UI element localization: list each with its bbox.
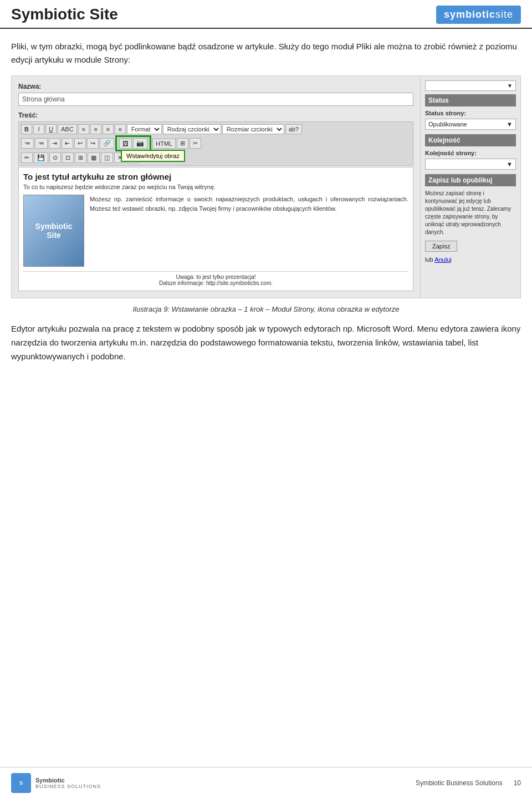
- font-family-select[interactable]: Rodzaj czcionki: [163, 124, 221, 134]
- undo-button[interactable]: ↩: [74, 138, 86, 149]
- misc-btn2[interactable]: ⊡: [62, 153, 74, 163]
- logo-site: site: [495, 9, 513, 20]
- kolejnosc-header-box: Kolejność: [425, 134, 516, 146]
- editor-title-bold: głównej: [140, 172, 171, 181]
- kolejnosc-dropdown[interactable]: ▼: [425, 159, 516, 170]
- editor-product-image: Symbiotic Site: [23, 195, 84, 267]
- format-select[interactable]: Format: [127, 124, 162, 134]
- nazwa-label: Nazwa:: [18, 83, 413, 90]
- status-strony-label: Status strony:: [425, 110, 516, 116]
- redo-button[interactable]: ↪: [87, 138, 99, 149]
- outdent-button[interactable]: ⇤: [62, 138, 73, 149]
- toolbar-row-2: ≔ ≔ ⇥ ⇤ ↩ ↪ 🔗 🖼 📷 Wstaw/edytuj obraz: [21, 135, 411, 151]
- illustration-caption: Ilustracja 9: Wstawianie obrazka – 1 kro…: [11, 305, 521, 313]
- footer-right: Symbiotic Business Solutions 10: [416, 779, 521, 787]
- page-footer: S Symbiotic BUSINESS SOLUTIONS Symbiotic…: [0, 767, 532, 798]
- insert-image-tooltip: Wstaw/edytuj obraz: [121, 150, 185, 162]
- editor-body-text: Możesz np. zamieścić informacje o swoich…: [90, 195, 408, 267]
- misc-btn3[interactable]: ⊞: [75, 153, 86, 163]
- editor-article-title: To jest tytuł artykułu ze stron głównej: [23, 172, 408, 181]
- status-header-box: Status: [425, 94, 516, 106]
- nazwa-input[interactable]: Strona główna: [18, 93, 413, 106]
- editor-title-text: To jest tytuł artykułu ze stron: [23, 172, 140, 181]
- italic-button[interactable]: I: [33, 124, 44, 134]
- toolbar-row-3: ✏ 💾 ⊙ ⊡ ⊞ ▦ ◫ ✕ ↺: [21, 153, 411, 163]
- misc-btn1[interactable]: ⊙: [49, 153, 61, 163]
- main-content: Pliki, w tym obrazki, mogą być podlinkow…: [0, 40, 532, 363]
- img-label-symbiotic: Symbiotic: [35, 222, 73, 231]
- zapisz-header-box: Zapisz lub opublikuj: [425, 174, 516, 186]
- right-top-dropdown[interactable]: ▼: [425, 80, 516, 91]
- more-button[interactable]: ✂: [190, 138, 201, 149]
- align-right-button[interactable]: ≡: [103, 124, 114, 134]
- misc-btn5[interactable]: ◫: [101, 153, 113, 163]
- site-logo: symbioticsite: [436, 6, 521, 24]
- tresc-label: Treść:: [18, 111, 413, 119]
- page-number: 10: [514, 779, 521, 787]
- save2-btn[interactable]: 💾: [34, 153, 48, 163]
- font-size-select[interactable]: Rozmiar czcionki: [222, 124, 284, 134]
- screenshot-left-panel: Nazwa: Strona główna Treść: B I U ABC ≡ …: [12, 76, 421, 298]
- help-button[interactable]: ab?: [285, 124, 302, 134]
- abc-button[interactable]: ABC: [58, 124, 77, 134]
- link-button[interactable]: 🔗: [100, 138, 114, 149]
- edit-btn[interactable]: ✏: [21, 153, 33, 163]
- status-strony-value: Opublikowane: [428, 121, 467, 128]
- footer-logo-text: S: [19, 780, 23, 786]
- editor-footer-uwaga: Uwaga: to jest tylko prezentacja!: [23, 274, 408, 280]
- screenshot-right-panel: ▼ Status Status strony: Opublikowane ▼ K…: [421, 76, 520, 298]
- body-paragraph-1: Edytor artykułu pozwala na pracę z tekst…: [11, 322, 521, 363]
- logo-symbiotic: symbiotic: [444, 9, 495, 20]
- align-left-button[interactable]: ≡: [78, 124, 89, 134]
- status-strony-dropdown[interactable]: Opublikowane ▼: [425, 119, 516, 130]
- indent-button[interactable]: ⇥: [49, 138, 60, 149]
- page-title: Symbiotic Site: [11, 6, 118, 28]
- footer-logo-icon: S: [11, 773, 31, 793]
- misc-btn4[interactable]: ▦: [88, 153, 100, 163]
- logo-container: symbioticsite: [436, 6, 521, 24]
- footer-company-tagline: BUSINESS SOLUTIONS: [35, 784, 101, 789]
- intro-paragraph: Pliki, w tym obrazki, mogą być podlinkow…: [11, 40, 521, 67]
- editor-body: Symbiotic Site Możesz np. zamieścić info…: [23, 195, 408, 267]
- kolejnosc-dropdown-arrow: ▼: [507, 161, 513, 167]
- footer-left: S Symbiotic BUSINESS SOLUTIONS: [11, 773, 101, 793]
- page-header: Symbiotic Site symbioticsite: [0, 0, 532, 29]
- insert-image-wrapper: 🖼 📷 Wstaw/edytuj obraz: [115, 135, 151, 151]
- toolbar-row-1: B I U ABC ≡ ≡ ≡ ≡ Format Rodzaj czcionki: [21, 124, 411, 134]
- editor-footer-dalsze: Dalsze informacje: http://site.symbiotic…: [23, 280, 408, 286]
- zapisz-desc-text: Możesz zapisać stronę i kontynuować jej …: [425, 190, 516, 236]
- underline-button[interactable]: U: [45, 124, 57, 134]
- footer-company-name: Symbiotic: [35, 777, 101, 784]
- list-ol-button[interactable]: ≔: [35, 138, 48, 149]
- zapisz-button[interactable]: Zapisz: [425, 241, 457, 252]
- insert-image-btn2[interactable]: 📷: [133, 138, 147, 149]
- align-center-button[interactable]: ≡: [90, 124, 101, 134]
- html-button[interactable]: HTML: [152, 139, 176, 149]
- editor-content-area[interactable]: To jest tytuł artykułu ze stron głównej …: [18, 167, 413, 291]
- editor-subtitle: To co tu napiszesz będzie widoczne zaraz…: [23, 184, 408, 190]
- footer-company-info: Symbiotic BUSINESS SOLUTIONS: [35, 777, 101, 789]
- bold-button[interactable]: B: [21, 124, 32, 134]
- screenshot-illustration: Nazwa: Strona główna Treść: B I U ABC ≡ …: [11, 75, 521, 298]
- align-justify-button[interactable]: ≡: [115, 124, 126, 134]
- dropdown-arrow-icon: ▼: [507, 83, 513, 89]
- kolejnosc-strony-label: Kolejność strony:: [425, 150, 516, 156]
- footer-center-text: Symbiotic Business Solutions: [416, 779, 503, 787]
- lub-text: lub: [425, 256, 434, 263]
- editor-toolbar: B I U ABC ≡ ≡ ≡ ≡ Format Rodzaj czcionki: [18, 121, 413, 166]
- img-label-site: Site: [47, 231, 61, 240]
- table-button[interactable]: ⊞: [177, 138, 188, 149]
- anuluj-link[interactable]: Anuluj: [434, 256, 452, 263]
- list-ul-button[interactable]: ≔: [21, 138, 34, 149]
- insert-image-button[interactable]: 🖼: [119, 139, 132, 149]
- editor-footer: Uwaga: to jest tylko prezentacja! Dalsze…: [23, 271, 408, 286]
- insert-image-highlight: 🖼 📷: [115, 135, 151, 151]
- status-dropdown-arrow: ▼: [507, 121, 513, 128]
